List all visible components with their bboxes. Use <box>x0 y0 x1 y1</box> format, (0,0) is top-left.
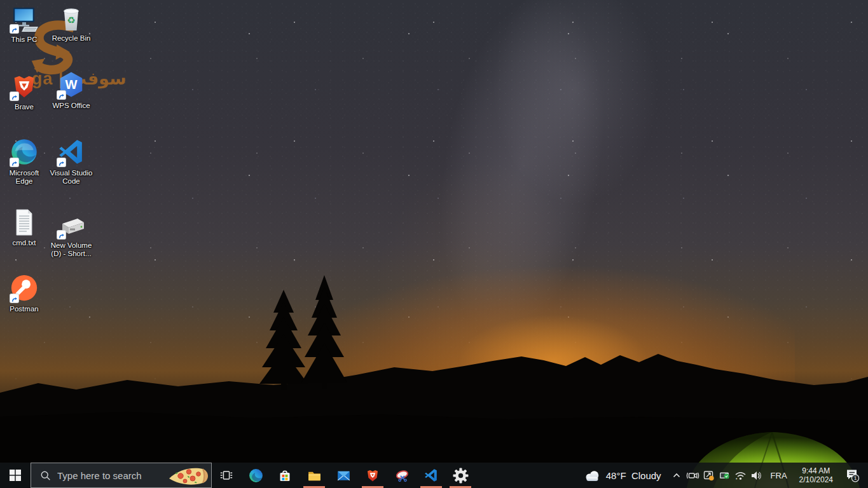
shortcut-arrow-icon <box>10 158 19 167</box>
shortcut-arrow-icon <box>57 230 66 240</box>
microsoft-store-icon <box>277 468 293 483</box>
taskbar-app-snipping-tool[interactable] <box>387 463 417 488</box>
wifi-icon: * <box>734 469 747 482</box>
mail-icon <box>336 468 352 484</box>
visual-studio-code-icon <box>424 468 439 483</box>
desktop-icon-recycle-bin[interactable]: ♻ Recycle Bin <box>47 3 95 43</box>
taskbar-app-file-explorer[interactable] <box>300 463 329 488</box>
desktop-icon-visual-studio-code[interactable]: Visual Studio Code <box>47 137 95 186</box>
brave-icon <box>365 468 380 483</box>
language-code: FRA <box>771 471 787 480</box>
file-explorer-icon <box>307 468 322 484</box>
tray-display-security-button[interactable] <box>717 463 733 488</box>
svg-text:♻: ♻ <box>67 15 75 25</box>
shortcut-arrow-icon <box>57 158 66 167</box>
tray-app-update-button[interactable] <box>701 463 717 488</box>
weather-temperature: 48°F <box>606 470 626 481</box>
taskbar-app-microsoft-store[interactable] <box>270 463 300 488</box>
desktop: ga | سوفت This P <box>0 0 868 488</box>
taskbar-empty-space <box>475 463 579 488</box>
show-hidden-icons-button[interactable] <box>669 463 685 488</box>
desktop-icon-label: WPS Office <box>47 102 95 110</box>
desktop-icon-this-pc[interactable]: This PC <box>0 4 48 44</box>
desktop-icon-label: cmd.txt <box>0 239 48 247</box>
desktop-icon-label: New Volume (D) - Short... <box>47 241 95 258</box>
snipping-tool-icon <box>394 468 410 484</box>
svg-text:*: * <box>736 477 738 481</box>
windows-logo-icon <box>10 470 21 481</box>
desktop-icon-wps-office[interactable]: W WPS Office <box>47 70 95 110</box>
notification-badge: 1 <box>854 475 857 481</box>
system-tray: 48°F Cloudy <box>579 463 868 488</box>
desktop-icon-label: Microsoft Edge <box>0 169 48 186</box>
notifications-icon: 1 <box>844 468 860 483</box>
cloud-icon <box>584 470 601 482</box>
search-highlight-pizza-image[interactable] <box>167 464 210 487</box>
desktop-icon-label: Postman <box>0 305 48 313</box>
desktop-icon-label: Brave <box>0 103 48 111</box>
shortcut-arrow-icon <box>10 92 19 101</box>
taskbar-app-mail[interactable] <box>329 463 358 488</box>
desktop-icon-label: This PC <box>0 36 48 44</box>
clock-date: 2/10/2024 <box>799 475 833 484</box>
monitor-shield-icon <box>718 469 731 482</box>
shortcut-arrow-icon <box>10 294 19 303</box>
desktop-icon-label: Visual Studio Code <box>47 169 95 186</box>
desktop-icon-brave[interactable]: Brave <box>0 71 48 111</box>
task-view-icon <box>219 468 233 482</box>
desktop-icon-cmd-txt[interactable]: cmd.txt <box>0 207 48 247</box>
task-view-button[interactable] <box>212 463 241 488</box>
network-button[interactable]: * <box>733 463 748 488</box>
microsoft-edge-icon <box>248 468 264 484</box>
action-center-button[interactable]: 1 <box>839 463 865 488</box>
meet-now-camera-icon <box>686 469 699 482</box>
weather-condition: Cloudy <box>631 470 661 481</box>
recycle-bin-icon: ♻ <box>56 3 86 33</box>
chevron-up-icon <box>673 473 680 478</box>
clock-time: 9:44 AM <box>799 466 833 475</box>
language-indicator[interactable]: FRA <box>764 463 794 488</box>
app-update-icon <box>702 469 715 482</box>
search-icon <box>40 470 51 481</box>
taskbar: 48°F Cloudy <box>0 463 868 488</box>
start-button[interactable] <box>0 463 31 488</box>
shortcut-arrow-icon <box>10 24 19 34</box>
weather-widget[interactable]: 48°F Cloudy <box>579 463 669 488</box>
speaker-icon <box>750 469 763 482</box>
volume-button[interactable] <box>748 463 764 488</box>
taskbar-app-settings[interactable] <box>446 463 475 488</box>
taskbar-app-brave[interactable] <box>358 463 387 488</box>
desktop-icon-new-volume-d[interactable]: New Volume (D) - Short... <box>47 210 95 258</box>
text-document-icon <box>9 207 39 238</box>
taskbar-app-microsoft-edge[interactable] <box>241 463 270 488</box>
svg-text:W: W <box>65 78 78 92</box>
shortcut-arrow-icon <box>57 90 66 100</box>
taskbar-app-visual-studio-code[interactable] <box>417 463 446 488</box>
pine-trees <box>259 275 347 390</box>
desktop-icon-microsoft-edge[interactable]: Microsoft Edge <box>0 137 48 186</box>
meet-now-button[interactable] <box>685 463 701 488</box>
desktop-icon-postman[interactable]: Postman <box>0 273 48 313</box>
settings-gear-icon <box>453 468 469 484</box>
desktop-icon-label: Recycle Bin <box>47 34 95 43</box>
clock[interactable]: 9:44 AM 2/10/2024 <box>794 463 839 488</box>
taskbar-search[interactable] <box>31 463 212 488</box>
